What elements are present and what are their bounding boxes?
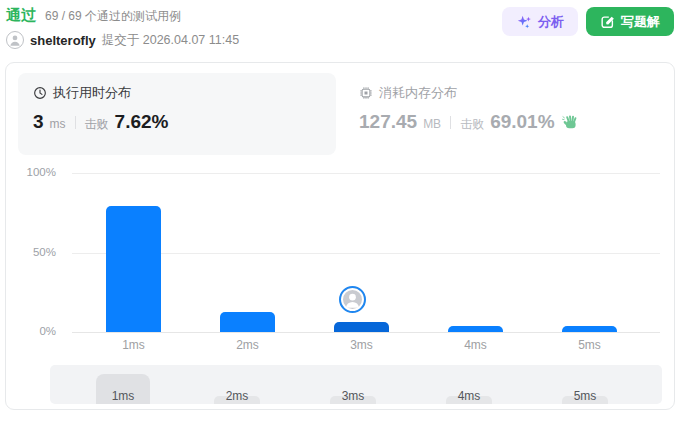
chip-icon (359, 86, 373, 100)
clap-hand-icon (562, 114, 578, 130)
runtime-stat-tab[interactable]: 执行用时分布 3 ms 击败 7.62% (18, 73, 336, 155)
divider (75, 116, 76, 129)
memory-value: 127.45 (359, 111, 417, 133)
divider (450, 116, 451, 129)
stat-tabs: 执行用时分布 3 ms 击败 7.62% 消耗内存分布 127.45 (18, 73, 662, 155)
user-avatar (6, 31, 24, 49)
memory-stat-tab[interactable]: 消耗内存分布 127.45 MB 击败 69.01% (344, 73, 662, 155)
minimap-label[interactable]: 5ms (555, 389, 615, 403)
histogram-bar-2ms[interactable] (220, 312, 275, 332)
runtime-title: 执行用时分布 (53, 84, 131, 102)
username[interactable]: shelterofly (30, 33, 96, 48)
result-header-left: 通过 69 / 69 个通过的测试用例 shelterofly 提交于 2026… (6, 6, 239, 49)
analyze-button-label: 分析 (538, 13, 564, 31)
header-actions: 分析 写题解 (502, 7, 674, 36)
runtime-beat-label: 击败 (85, 116, 109, 133)
person-icon (8, 33, 22, 47)
submission-result-page: 通过 69 / 69 个通过的测试用例 shelterofly 提交于 2026… (0, 0, 680, 422)
memory-title: 消耗内存分布 (379, 84, 457, 102)
edit-icon (600, 14, 615, 29)
write-solution-button[interactable]: 写题解 (586, 7, 674, 36)
runtime-beat-percent: 7.62% (115, 111, 169, 133)
minimap-label[interactable]: 4ms (439, 389, 499, 403)
runtime-value: 3 (33, 111, 44, 133)
minimap-label[interactable]: 3ms (323, 389, 383, 403)
analyze-button[interactable]: 分析 (502, 7, 578, 36)
histogram-bar-3ms[interactable] (334, 322, 389, 332)
testcases-summary: 69 / 69 个通过的测试用例 (45, 8, 181, 25)
minimap-label[interactable]: 2ms (207, 389, 267, 403)
write-solution-label: 写题解 (621, 13, 660, 31)
memory-beat-percent: 69.01% (490, 111, 554, 133)
memory-unit: MB (423, 117, 441, 131)
clock-icon (33, 86, 47, 100)
submitted-at: 提交于 2026.04.07 11:45 (102, 32, 239, 49)
histogram-bar-5ms[interactable] (562, 326, 617, 332)
result-header: 通过 69 / 69 个通过的测试用例 shelterofly 提交于 2026… (6, 6, 674, 49)
status-row: 通过 69 / 69 个通过的测试用例 (6, 6, 239, 25)
runtime-unit: ms (50, 117, 66, 131)
memory-beat-label: 击败 (460, 116, 484, 133)
person-icon (343, 290, 362, 309)
submission-meta-row: shelterofly 提交于 2026.04.07 11:45 (6, 31, 239, 49)
histogram-bar-4ms[interactable] (448, 326, 503, 332)
histogram-bar-1ms[interactable] (106, 206, 161, 332)
current-submission-marker (339, 286, 366, 313)
sparkles-icon (516, 14, 532, 30)
status-accepted-label: 通过 (6, 6, 36, 25)
minimap-label[interactable]: 1ms (93, 389, 153, 403)
